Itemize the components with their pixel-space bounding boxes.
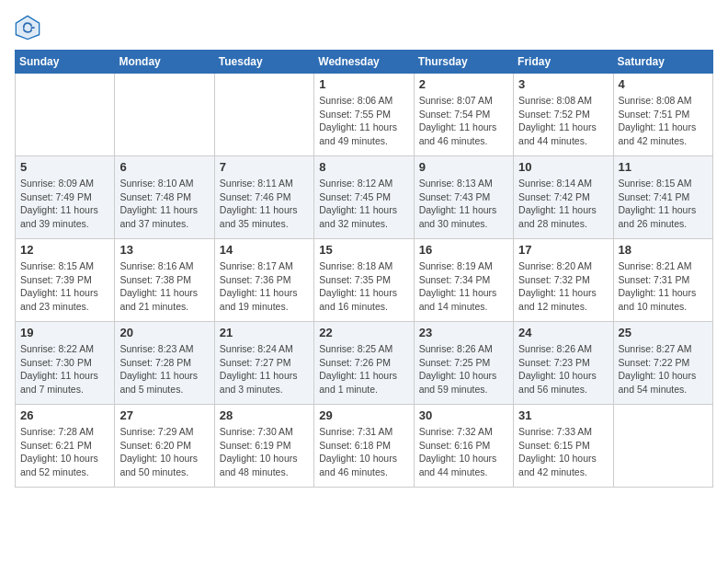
day-number: 21 [220,326,309,339]
calendar-cell: 31Sunrise: 7:33 AM Sunset: 6:15 PM Dayli… [514,405,613,488]
calendar-cell: 21Sunrise: 8:24 AM Sunset: 7:27 PM Dayli… [214,322,313,405]
day-info: Sunrise: 8:27 AM Sunset: 7:22 PM Dayligh… [619,342,708,396]
day-number: 16 [419,243,508,257]
calendar-cell: 23Sunrise: 8:26 AM Sunset: 7:25 PM Dayli… [414,322,513,405]
day-info: Sunrise: 7:29 AM Sunset: 6:20 PM Dayligh… [119,425,209,479]
day-info: Sunrise: 8:15 AM Sunset: 7:41 PM Dayligh… [619,177,708,231]
calendar-cell: 7Sunrise: 8:11 AM Sunset: 7:46 PM Daylig… [214,156,313,239]
day-number: 3 [518,77,608,91]
calendar-cell: 25Sunrise: 8:27 AM Sunset: 7:22 PM Dayli… [613,322,712,405]
day-info: Sunrise: 8:07 AM Sunset: 7:54 PM Dayligh… [419,94,508,148]
day-number: 14 [220,243,309,257]
calendar-cell: 13Sunrise: 8:16 AM Sunset: 7:38 PM Dayli… [115,239,214,322]
calendar-cell: 30Sunrise: 7:32 AM Sunset: 6:16 PM Dayli… [414,405,513,488]
day-info: Sunrise: 8:18 AM Sunset: 7:35 PM Dayligh… [319,259,408,314]
calendar-cell: 17Sunrise: 8:20 AM Sunset: 7:32 PM Dayli… [514,239,613,322]
logo [15,15,44,40]
calendar-cell: 26Sunrise: 7:28 AM Sunset: 6:21 PM Dayli… [16,405,115,488]
day-info: Sunrise: 8:21 AM Sunset: 7:31 PM Dayligh… [619,259,708,314]
day-number: 9 [419,160,508,174]
calendar-cell: 14Sunrise: 8:17 AM Sunset: 7:36 PM Dayli… [214,239,313,322]
day-number: 23 [419,326,508,339]
day-number: 26 [20,408,109,422]
calendar-cell: 11Sunrise: 8:15 AM Sunset: 7:41 PM Dayli… [613,156,712,239]
day-number: 10 [518,160,608,174]
day-info: Sunrise: 8:15 AM Sunset: 7:39 PM Dayligh… [20,259,109,314]
day-number: 29 [319,408,408,422]
day-info: Sunrise: 8:08 AM Sunset: 7:51 PM Dayligh… [619,94,708,148]
day-number: 2 [419,77,508,91]
header-sunday: Sunday [16,51,115,74]
day-number: 20 [119,326,209,339]
day-info: Sunrise: 8:20 AM Sunset: 7:32 PM Dayligh… [518,259,608,314]
day-info: Sunrise: 8:09 AM Sunset: 7:49 PM Dayligh… [20,177,109,231]
day-info: Sunrise: 8:26 AM Sunset: 7:25 PM Dayligh… [419,342,508,396]
logo-icon [15,15,40,40]
day-info: Sunrise: 8:06 AM Sunset: 7:55 PM Dayligh… [319,94,408,148]
days-header-row: SundayMondayTuesdayWednesdayThursdayFrid… [16,51,713,74]
calendar-cell: 10Sunrise: 8:14 AM Sunset: 7:42 PM Dayli… [514,156,613,239]
day-info: Sunrise: 7:32 AM Sunset: 6:16 PM Dayligh… [419,425,508,479]
calendar-cell: 22Sunrise: 8:25 AM Sunset: 7:26 PM Dayli… [314,322,414,405]
day-number: 27 [119,408,209,422]
header-saturday: Saturday [613,51,712,74]
day-number: 11 [619,160,708,174]
day-info: Sunrise: 8:25 AM Sunset: 7:26 PM Dayligh… [319,342,408,396]
calendar-cell: 12Sunrise: 8:15 AM Sunset: 7:39 PM Dayli… [16,239,115,322]
week-row-1: 1Sunrise: 8:06 AM Sunset: 7:55 PM Daylig… [16,74,713,156]
calendar-cell: 4Sunrise: 8:08 AM Sunset: 7:51 PM Daylig… [613,74,712,156]
day-number: 30 [419,408,508,422]
day-info: Sunrise: 8:11 AM Sunset: 7:46 PM Dayligh… [220,177,309,231]
calendar-cell: 28Sunrise: 7:30 AM Sunset: 6:19 PM Dayli… [214,405,313,488]
day-number: 7 [220,160,309,174]
calendar-cell [115,74,214,156]
day-number: 25 [619,326,708,339]
day-number: 6 [119,160,209,174]
day-number: 22 [319,326,408,339]
day-info: Sunrise: 8:10 AM Sunset: 7:48 PM Dayligh… [119,177,209,231]
day-info: Sunrise: 7:30 AM Sunset: 6:19 PM Dayligh… [220,425,309,479]
day-number: 18 [619,243,708,257]
calendar-cell: 24Sunrise: 8:26 AM Sunset: 7:23 PM Dayli… [514,322,613,405]
header-tuesday: Tuesday [214,51,313,74]
calendar-cell [214,74,313,156]
day-number: 19 [20,326,109,339]
day-info: Sunrise: 7:28 AM Sunset: 6:21 PM Dayligh… [20,425,109,479]
calendar-cell: 15Sunrise: 8:18 AM Sunset: 7:35 PM Dayli… [314,239,414,322]
calendar-cell [16,74,115,156]
day-info: Sunrise: 8:22 AM Sunset: 7:30 PM Dayligh… [20,342,109,396]
calendar-cell: 8Sunrise: 8:12 AM Sunset: 7:45 PM Daylig… [314,156,414,239]
day-info: Sunrise: 8:12 AM Sunset: 7:45 PM Dayligh… [319,177,408,231]
calendar-cell: 5Sunrise: 8:09 AM Sunset: 7:49 PM Daylig… [16,156,115,239]
day-number: 24 [518,326,608,339]
header-friday: Friday [514,51,613,74]
calendar-cell: 16Sunrise: 8:19 AM Sunset: 7:34 PM Dayli… [414,239,513,322]
week-row-3: 12Sunrise: 8:15 AM Sunset: 7:39 PM Dayli… [16,239,713,322]
calendar-cell: 19Sunrise: 8:22 AM Sunset: 7:30 PM Dayli… [16,322,115,405]
calendar-cell: 29Sunrise: 7:31 AM Sunset: 6:18 PM Dayli… [314,405,414,488]
page-header [15,15,713,40]
day-number: 28 [220,408,309,422]
day-number: 15 [319,243,408,257]
day-info: Sunrise: 8:26 AM Sunset: 7:23 PM Dayligh… [518,342,608,396]
header-wednesday: Wednesday [314,51,414,74]
header-thursday: Thursday [414,51,513,74]
day-number: 1 [319,77,408,91]
day-info: Sunrise: 8:08 AM Sunset: 7:52 PM Dayligh… [518,94,608,148]
calendar-table: SundayMondayTuesdayWednesdayThursdayFrid… [15,50,713,488]
day-number: 12 [20,243,109,257]
calendar-cell: 3Sunrise: 8:08 AM Sunset: 7:52 PM Daylig… [514,74,613,156]
week-row-5: 26Sunrise: 7:28 AM Sunset: 6:21 PM Dayli… [16,405,713,488]
day-info: Sunrise: 8:24 AM Sunset: 7:27 PM Dayligh… [220,342,309,396]
day-info: Sunrise: 8:16 AM Sunset: 7:38 PM Dayligh… [119,259,209,314]
day-info: Sunrise: 7:31 AM Sunset: 6:18 PM Dayligh… [319,425,408,479]
day-info: Sunrise: 8:13 AM Sunset: 7:43 PM Dayligh… [419,177,508,231]
header-monday: Monday [115,51,214,74]
day-info: Sunrise: 8:19 AM Sunset: 7:34 PM Dayligh… [419,259,508,314]
day-info: Sunrise: 8:17 AM Sunset: 7:36 PM Dayligh… [220,259,309,314]
day-number: 13 [119,243,209,257]
week-row-4: 19Sunrise: 8:22 AM Sunset: 7:30 PM Dayli… [16,322,713,405]
calendar-cell: 27Sunrise: 7:29 AM Sunset: 6:20 PM Dayli… [115,405,214,488]
day-info: Sunrise: 8:23 AM Sunset: 7:28 PM Dayligh… [119,342,209,396]
day-info: Sunrise: 8:14 AM Sunset: 7:42 PM Dayligh… [518,177,608,231]
